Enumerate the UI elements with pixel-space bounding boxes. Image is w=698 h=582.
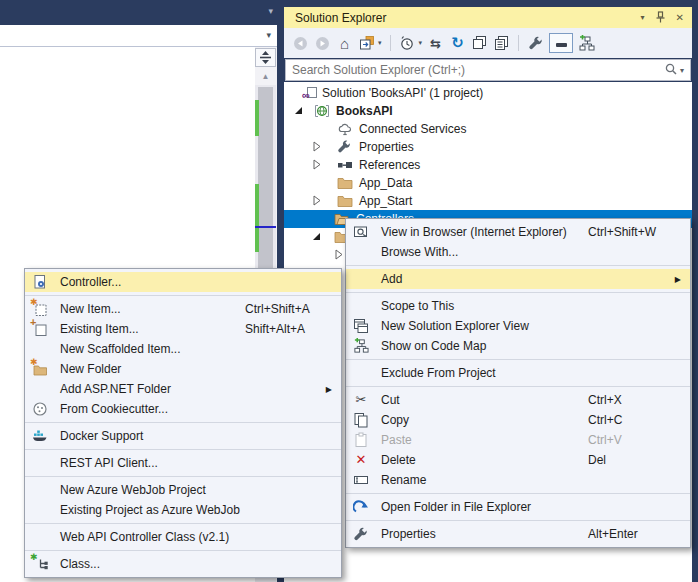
folder-icon — [337, 175, 353, 191]
cut-icon: ✂ — [353, 392, 369, 408]
show-all-files-button[interactable] — [549, 33, 573, 53]
collapsed-caret-icon[interactable] — [332, 248, 346, 262]
submenu-item-class[interactable]: ✱ Class... — [25, 554, 341, 574]
pending-changes-filter-icon[interactable] — [399, 35, 416, 52]
docker-icon — [32, 428, 48, 444]
menu-item-scope-to-this[interactable]: Scope to This — [346, 296, 690, 316]
preview-selected-items-icon[interactable] — [493, 35, 510, 52]
collapsed-caret-icon[interactable] — [310, 140, 324, 154]
solution-explorer-title-bar[interactable]: Solution Explorer ▾ ✕ — [284, 7, 692, 28]
code-map-icon — [353, 338, 369, 354]
menu-item-copy[interactable]: Copy Ctrl+C — [346, 410, 690, 430]
tree-item-app-start[interactable]: App_Start — [284, 192, 692, 210]
search-input[interactable] — [286, 63, 664, 77]
menu-item-browse-with[interactable]: Browse With... — [346, 242, 690, 262]
menu-item-view-in-browser[interactable]: View in Browser (Internet Explorer) Ctrl… — [346, 222, 690, 242]
tree-item-app-data[interactable]: App_Data — [284, 174, 692, 192]
menu-separator — [346, 292, 690, 293]
home-icon[interactable]: ⌂ — [336, 35, 353, 52]
context-menu: View in Browser (Internet Explorer) Ctrl… — [345, 218, 691, 548]
submenu-item-existing-item[interactable]: + Existing Item... Shift+Alt+A — [25, 319, 341, 339]
menu-item-add[interactable]: Add ▶ — [346, 269, 690, 289]
delete-icon: ✕ — [353, 452, 369, 468]
open-folder-in-file-explorer-icon — [353, 499, 369, 515]
add-submenu: Controller... ✱ New Item... Ctrl+Shift+A… — [24, 268, 342, 578]
refresh-icon[interactable]: ↻ — [449, 35, 466, 52]
submenu-item-rest-api-client[interactable]: REST API Client... — [25, 453, 341, 473]
forward-icon[interactable] — [314, 35, 331, 52]
search-icon[interactable] — [664, 62, 678, 79]
menu-item-paste[interactable]: Paste Ctrl+V — [346, 430, 690, 450]
menu-item-show-on-code-map[interactable]: Show on Code Map — [346, 336, 690, 356]
collapse-all-icon[interactable] — [358, 35, 375, 52]
menu-item-new-solution-explorer-view[interactable]: New Solution Explorer View — [346, 316, 690, 336]
menu-separator — [25, 523, 341, 524]
pin-icon[interactable] — [655, 11, 666, 25]
collapsed-caret-icon[interactable] — [310, 194, 324, 208]
change-marker-green — [255, 100, 259, 136]
show-on-code-map-icon[interactable] — [578, 35, 595, 52]
controller-icon — [32, 274, 48, 290]
new-solution-explorer-view-icon — [353, 318, 369, 334]
submenu-item-web-api-controller-class[interactable]: Web API Controller Class (v2.1) — [25, 527, 341, 547]
paste-icon — [353, 432, 369, 448]
editor-split-handle[interactable] — [255, 48, 276, 67]
properties-wrench-icon[interactable] — [527, 35, 544, 52]
tree-item-properties[interactable]: Properties — [284, 138, 692, 156]
menu-separator — [346, 520, 690, 521]
folder-icon — [337, 193, 353, 209]
menu-item-rename[interactable]: Rename — [346, 470, 690, 490]
existing-item-icon: + — [32, 321, 48, 337]
menu-item-properties[interactable]: Properties Alt+Enter — [346, 524, 690, 544]
wrench-icon — [337, 139, 353, 155]
solution-explorer-toolbar: ⌂ ▾ ▾ ⇆ ↻ — [284, 28, 692, 58]
scroll-up-arrow[interactable]: ▲ — [255, 71, 276, 83]
editor-navigation-bar[interactable]: ▾ — [0, 25, 277, 47]
menu-separator — [25, 295, 341, 296]
submenu-item-new-item[interactable]: ✱ New Item... Ctrl+Shift+A — [25, 299, 341, 319]
new-folder-icon: ✱ — [32, 361, 48, 377]
scrollbar-thumb[interactable] — [258, 87, 273, 269]
connected-services-icon — [337, 121, 353, 137]
show-all-files-icon — [556, 43, 567, 47]
tab-well-dropdown-icon[interactable]: ▾ — [268, 6, 273, 16]
menu-separator — [25, 449, 341, 450]
submenu-item-new-azure-webjob-project[interactable]: New Azure WebJob Project — [25, 480, 341, 500]
search-box[interactable]: ▾ — [285, 59, 691, 81]
submenu-item-add-aspnet-folder[interactable]: Add ASP.NET Folder ▶ — [25, 379, 341, 399]
back-icon[interactable] — [292, 35, 309, 52]
search-options-icon[interactable]: ▾ — [680, 66, 684, 75]
tree-item-solution[interactable]: ∞ Solution 'BooksAPI' (1 project) — [284, 84, 692, 102]
menu-item-cut[interactable]: ✂ Cut Ctrl+X — [346, 390, 690, 410]
tree-item-booksapi[interactable]: BooksAPI — [284, 102, 692, 120]
collapse-all-dropdown-icon[interactable]: ▾ — [378, 39, 382, 47]
menu-separator — [346, 265, 690, 266]
new-item-icon: ✱ — [32, 301, 48, 317]
navigation-dropdown-icon[interactable]: ▾ — [266, 30, 271, 40]
tree-item-connected-services[interactable]: Connected Services — [284, 120, 692, 138]
wrench-icon — [353, 526, 369, 542]
submenu-item-existing-project-as-azure-webjob[interactable]: Existing Project as Azure WebJob — [25, 500, 341, 520]
menu-item-open-folder-in-file-explorer[interactable]: Open Folder in File Explorer — [346, 497, 690, 517]
menu-separator — [346, 359, 690, 360]
sync-with-active-document-icon[interactable]: ⇆ — [427, 35, 444, 52]
cookiecutter-icon — [32, 401, 48, 417]
window-position-icon[interactable]: ▾ — [641, 13, 645, 23]
expanded-caret-icon[interactable] — [292, 104, 306, 118]
submenu-item-new-folder[interactable]: ✱ New Folder — [25, 359, 341, 379]
collapsed-caret-icon[interactable] — [310, 158, 324, 172]
submenu-item-controller[interactable]: Controller... — [25, 272, 341, 292]
submenu-item-from-cookiecutter[interactable]: From Cookiecutter... — [25, 399, 341, 419]
references-icon — [337, 157, 353, 173]
menu-item-exclude-from-project[interactable]: Exclude From Project — [346, 363, 690, 383]
tree-item-references[interactable]: References — [284, 156, 692, 174]
properties-pages-icon[interactable] — [471, 35, 488, 52]
submenu-arrow-icon: ▶ — [245, 385, 341, 394]
close-icon[interactable]: ✕ — [676, 13, 684, 23]
submenu-item-new-scaffolded-item[interactable]: New Scaffolded Item... — [25, 339, 341, 359]
solution-icon: ∞ — [302, 85, 318, 101]
menu-item-delete[interactable]: ✕ Delete Del — [346, 450, 690, 470]
expanded-caret-icon[interactable] — [310, 230, 324, 244]
submenu-item-docker-support[interactable]: Docker Support — [25, 426, 341, 446]
pending-changes-dropdown-icon[interactable]: ▾ — [419, 39, 423, 47]
